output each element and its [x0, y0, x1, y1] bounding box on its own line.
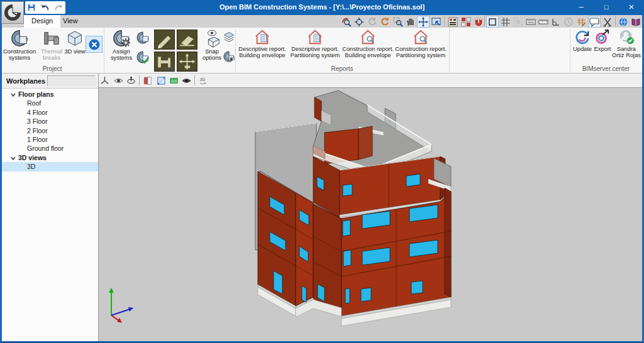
axis-tripod-icon[interactable] — [99, 75, 111, 87]
tree-item-3d[interactable]: 3D — [2, 162, 98, 171]
quick-access-toolbar — [25, 1, 65, 14]
report-house-icon — [254, 29, 270, 45]
section-plane-icon[interactable] — [142, 75, 153, 87]
tree-item-2-floor[interactable]: 2 Floor — [2, 126, 98, 135]
pencil-icon — [155, 30, 174, 49]
assign-systems-button[interactable]: Assign systems — [106, 29, 137, 62]
assign-check-icon — [136, 50, 150, 64]
viewport-toolbar — [99, 74, 644, 88]
comment-bubble-icon[interactable] — [588, 16, 601, 28]
help-book-icon[interactable] — [630, 16, 642, 28]
user-avatar-icon — [618, 29, 635, 45]
close-button[interactable]: × — [619, 0, 644, 15]
erase-button[interactable] — [177, 30, 197, 50]
cut-icon[interactable] — [601, 16, 614, 28]
grid-icon[interactable] — [499, 16, 512, 28]
selection-box-icon[interactable] — [155, 75, 167, 87]
axis-gizmo — [109, 288, 133, 323]
workplanes-header: Workplanes — [2, 74, 98, 89]
edit-pencil-button[interactable] — [154, 30, 175, 50]
ortho-mode-icon[interactable] — [486, 16, 499, 28]
snap-grid-icon[interactable] — [512, 16, 525, 28]
bim-export-button[interactable]: Export — [591, 29, 614, 52]
app-window: Open BIM Construction Systems - [Y:\...\… — [0, 0, 644, 343]
dimension-icon[interactable] — [537, 16, 550, 28]
cancel-button[interactable] — [86, 36, 103, 53]
tab-view[interactable]: View — [55, 15, 86, 28]
tree-item-4-floor[interactable]: 4 Floor — [2, 108, 98, 117]
bim-user-button[interactable]: Sandra Ortiz Rojas — [611, 29, 641, 59]
redo-icon[interactable] — [54, 3, 64, 13]
tree-item-ground-floor[interactable]: Ground floor — [2, 144, 98, 153]
window-title: Open BIM Construction Systems - [Y:\...\… — [0, 3, 644, 11]
undo-icon[interactable] — [40, 3, 50, 13]
measure-box-icon[interactable] — [168, 75, 180, 87]
web-globe-icon[interactable] — [617, 16, 630, 28]
viewport-3d[interactable] — [99, 88, 642, 341]
report-house-icon — [307, 29, 323, 45]
tree-item-3-floor[interactable]: 3 Floor — [2, 117, 98, 126]
redraw-icon[interactable] — [366, 16, 379, 28]
snap-options-button[interactable]: Snap options — [199, 29, 225, 62]
zoom-previous-icon[interactable] — [340, 16, 353, 28]
toolbar-separator — [194, 75, 195, 85]
visibility-eye-icon[interactable] — [113, 75, 125, 87]
bim-update-button[interactable]: Update — [571, 29, 594, 52]
descriptive-report-envelope-button[interactable]: Descriptive report. Building envelope — [236, 29, 289, 59]
group-label-reports: Reports — [235, 65, 449, 72]
workplanes-panel: Workplanes Floor plans Roof 4 Floor 3 Fl… — [2, 74, 99, 341]
ribbon: Construction systems Thermal breaks 3D v… — [0, 28, 644, 74]
save-icon[interactable] — [27, 3, 36, 12]
rotate-3d-icon[interactable] — [197, 75, 209, 87]
construction-report-partitioning-button[interactable]: Construction report. Partitioning system — [394, 29, 447, 59]
angle-icon[interactable] — [550, 16, 562, 28]
chevron-down-icon — [11, 92, 16, 97]
object-snap-magnet-icon[interactable] — [472, 16, 485, 28]
layers-visibility-button[interactable] — [223, 31, 235, 46]
maximize-button[interactable]: □ — [594, 0, 619, 15]
app-icon[interactable] — [1, 1, 24, 24]
descriptive-report-partitioning-button[interactable]: Descriptive report. Partitioning system — [289, 29, 341, 59]
hide-eye-icon[interactable] — [180, 75, 192, 87]
toolbar-separator — [444, 16, 445, 26]
3d-view-button[interactable]: 3D view — [64, 29, 86, 55]
edit-grid-icon[interactable] — [575, 16, 587, 28]
group-label-bimserver: BIMserver.center — [570, 65, 642, 72]
thermal-breaks-button[interactable]: Thermal breaks — [38, 29, 65, 62]
assign-edit-button[interactable] — [136, 31, 150, 47]
toolbar-separator — [615, 16, 616, 26]
dxf-template-icon[interactable] — [447, 16, 459, 28]
group-separator — [449, 29, 450, 72]
dxf-layers-icon[interactable] — [460, 16, 472, 28]
clock-icon[interactable] — [562, 16, 575, 28]
construction-report-envelope-button[interactable]: Construction report. Building envelope — [341, 29, 394, 59]
workplanes-header-box — [47, 75, 96, 86]
tree-item-1-floor[interactable]: 1 Floor — [2, 135, 98, 144]
tree-group-3d-views[interactable]: 3D views — [2, 153, 98, 162]
app-logo-icon — [2, 2, 23, 23]
zoom-extents-icon[interactable] — [353, 16, 365, 28]
orbit-icon[interactable] — [125, 75, 137, 87]
tree-item-roof[interactable]: Roof — [2, 99, 98, 107]
pan-icon[interactable] — [404, 16, 417, 28]
group-label-project: Project — [1, 65, 103, 72]
send-to-window-icon[interactable] — [430, 16, 443, 28]
spiral-eye-icon — [223, 50, 235, 63]
snap-options-icon — [203, 29, 221, 48]
tree-group-floor-plans[interactable]: Floor plans — [2, 90, 98, 99]
construction-systems-button[interactable]: Construction systems — [1, 29, 38, 62]
assign-check-button[interactable] — [136, 50, 150, 67]
minimize-button[interactable]: – — [569, 0, 594, 15]
title-bar: Open BIM Construction Systems - [Y:\...\… — [0, 0, 644, 15]
move-icon[interactable] — [417, 16, 430, 28]
systems-visibility-button[interactable] — [223, 50, 235, 65]
zoom-window-icon[interactable] — [392, 16, 404, 28]
report-house-magnifier-icon — [413, 29, 429, 45]
regenerate-icon[interactable] — [379, 16, 391, 28]
chevron-down-icon — [11, 156, 16, 161]
keyboard-input-icon[interactable] — [525, 16, 537, 28]
layers-eye-icon — [223, 31, 235, 43]
building-model — [99, 88, 642, 341]
cancel-icon — [88, 38, 101, 51]
report-house-magnifier-icon — [360, 29, 376, 45]
